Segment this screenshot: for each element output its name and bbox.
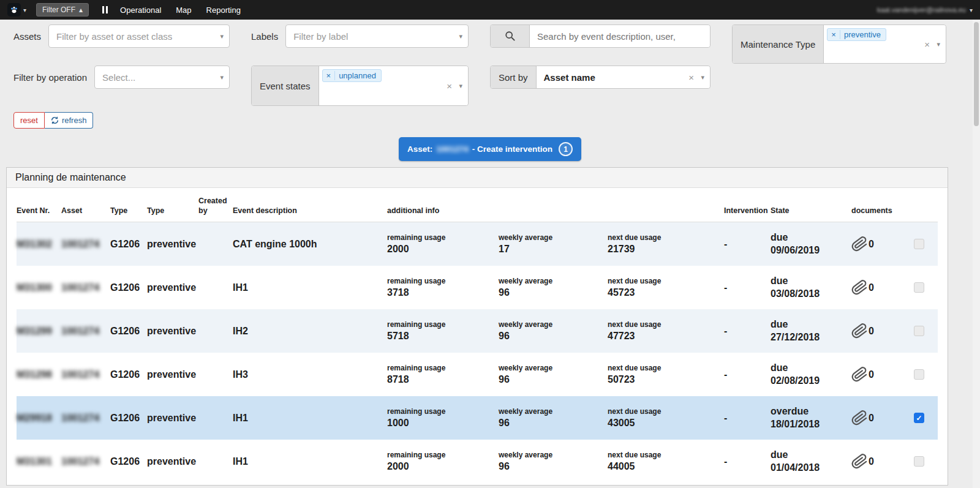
table-row[interactable]: M31298 1001274 G1206 preventive IH3 rema… [17, 353, 938, 396]
chevron-down-icon[interactable]: ▾ [459, 32, 462, 40]
remaining-usage-label: remaining usage [387, 451, 494, 459]
chevron-down-icon[interactable]: ▾ [459, 82, 462, 90]
cell-intervention: - [724, 326, 771, 337]
next-due-usage-label: next due usage [608, 277, 719, 285]
pause-icon[interactable] [102, 6, 108, 13]
cell-type: G1206 [110, 282, 147, 293]
weekly-average-label: weekly average [499, 451, 603, 459]
weekly-average-value: 96 [499, 374, 603, 385]
documents-button[interactable]: 0 [851, 410, 905, 426]
cell-type: G1206 [110, 456, 147, 467]
next-due-usage-label: next due usage [608, 233, 719, 242]
row-checkbox[interactable]: ✓ [914, 282, 924, 293]
cell-event-description: CAT engine 1000h [233, 239, 387, 250]
row-checkbox[interactable]: ✓ [914, 456, 924, 467]
table-row[interactable]: M31300 1001274 G1206 preventive IH1 rema… [17, 266, 938, 309]
documents-button[interactable]: 0 [851, 453, 905, 470]
table-row[interactable]: M31302 1001274 G1206 preventive CAT engi… [17, 222, 938, 266]
remaining-usage-value: 5718 [387, 331, 494, 342]
operation-select[interactable]: Select... ▾ [94, 66, 230, 89]
chevron-down-icon[interactable]: ▾ [220, 32, 224, 40]
cell-asset: 1001274 [61, 413, 110, 424]
row-checkbox[interactable]: ✓ [914, 369, 924, 380]
chevron-down-icon[interactable]: ▾ [220, 73, 224, 81]
clear-icon[interactable]: × [447, 81, 452, 91]
cell-maintenance-type: preventive [147, 413, 198, 424]
documents-button[interactable]: 0 [851, 279, 905, 296]
event-states-select[interactable]: × unplanned × ▾ [319, 66, 468, 105]
weekly-average-value: 96 [499, 331, 603, 342]
create-intervention-button[interactable]: Asset: 1001274 - Create intervention 1 [399, 137, 581, 161]
cell-event-description: IH3 [233, 369, 387, 380]
cell-remaining-usage: remaining usage 3718 [387, 277, 499, 298]
state-date: 01/04/2018 [771, 462, 846, 473]
nav-item-reporting[interactable]: Reporting [204, 6, 243, 15]
cell-asset: 1001274 [61, 282, 110, 293]
panel-title: Planning de maintenance [7, 168, 948, 188]
tag-unplanned: × unplanned [322, 69, 382, 82]
cell-event-nr: M31300 [17, 282, 61, 293]
table-row[interactable]: M31299 1001274 G1206 preventive IH2 rema… [17, 309, 938, 353]
weekly-average-value: 96 [499, 461, 603, 472]
maintenance-type-select[interactable]: × preventive × ▾ [824, 25, 946, 63]
remove-tag-icon[interactable]: × [831, 30, 840, 39]
row-checkbox[interactable]: ✓ [914, 239, 924, 249]
sort-by-label: Sort by [491, 66, 537, 88]
cell-checkbox: ✓ [905, 456, 938, 467]
nav-item-map[interactable]: Map [173, 6, 194, 15]
table-row[interactable]: M31301 1001274 G1206 preventive IH1 rema… [17, 440, 938, 483]
tag-label: preventive [844, 30, 881, 39]
search-input[interactable] [530, 25, 710, 47]
cell-maintenance-type: preventive [147, 369, 198, 380]
cell-remaining-usage: remaining usage 1000 [387, 407, 499, 429]
refresh-button[interactable]: refresh [45, 112, 93, 129]
remaining-usage-value: 3718 [387, 287, 494, 298]
remaining-usage-label: remaining usage [387, 233, 494, 242]
documents-count: 0 [869, 413, 874, 424]
check-icon: ✓ [916, 414, 922, 422]
cell-weekly-average: weekly average 96 [499, 407, 608, 429]
documents-button[interactable]: 0 [851, 236, 905, 252]
nav-item-operational[interactable]: Operational [118, 6, 164, 15]
app-logo-menu[interactable]: ▾ [7, 3, 26, 17]
labels-input[interactable] [286, 25, 468, 47]
row-checkbox[interactable]: ✓ [914, 326, 924, 336]
scrollbar-thumb[interactable] [974, 22, 979, 126]
cell-maintenance-type: preventive [147, 456, 198, 467]
search-filter [490, 24, 710, 48]
action-suffix: - Create intervention [472, 145, 552, 154]
filter-off-button[interactable]: Filter OFF ▴ [36, 3, 89, 17]
cell-next-due-usage: next due usage 47723 [608, 320, 724, 342]
cell-state: due 03/08/2018 [771, 276, 851, 299]
paperclip-icon [850, 235, 869, 253]
count-badge: 1 [559, 142, 573, 156]
clear-icon[interactable]: × [688, 72, 694, 83]
documents-button[interactable]: 0 [851, 323, 905, 339]
chevron-down-icon[interactable]: ▾ [701, 73, 704, 81]
cell-state: overdue 18/01/2018 [771, 406, 851, 430]
cell-state: due 27/12/2018 [771, 319, 851, 343]
next-due-usage-value: 50723 [608, 374, 719, 385]
table-row[interactable]: M29918 1001274 G1206 preventive IH1 rema… [17, 396, 938, 440]
remaining-usage-value: 2000 [387, 244, 494, 255]
state-word: due [771, 276, 846, 287]
weekly-average-label: weekly average [499, 277, 603, 285]
cell-asset: 1001274 [61, 239, 110, 250]
reset-button[interactable]: reset [13, 112, 45, 129]
vertical-scrollbar[interactable] [973, 20, 980, 488]
chevron-down-icon[interactable]: ▾ [937, 40, 940, 48]
documents-button[interactable]: 0 [851, 366, 905, 383]
clear-icon[interactable]: × [924, 39, 930, 50]
cell-checkbox: ✓ [905, 369, 938, 380]
cell-remaining-usage: remaining usage 5718 [387, 320, 499, 342]
state-date: 09/06/2019 [771, 245, 846, 256]
table-body: M31302 1001274 G1206 preventive CAT engi… [17, 222, 938, 483]
header-event-nr: Event Nr. [17, 206, 61, 216]
user-menu[interactable]: kaat.vandenijver@railnova.eu ▾ [877, 6, 973, 13]
remove-tag-icon[interactable]: × [326, 71, 336, 80]
event-states-filter: Event states × unplanned × ▾ [251, 66, 469, 106]
assets-input[interactable] [49, 25, 229, 47]
row-checkbox[interactable]: ✓ [914, 413, 924, 423]
sort-by-select[interactable]: Asset name × ▾ [537, 66, 710, 88]
search-button[interactable] [491, 25, 530, 47]
